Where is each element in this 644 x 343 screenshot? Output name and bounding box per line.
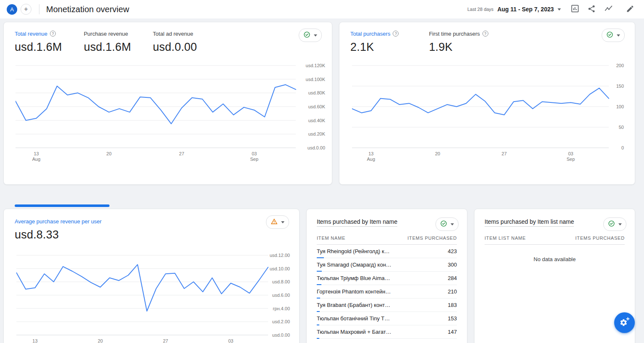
check-circle-icon	[608, 220, 615, 228]
add-comparison-button[interactable]: +	[21, 4, 31, 15]
item-name: Тюльпан ботанічний Tiny T…	[317, 315, 390, 322]
data-quality-badge[interactable]	[435, 217, 459, 231]
table-header: ITEM LIST NAME ITEMS PURCHASED	[485, 236, 625, 245]
metric-value-total-ad-revenue: usd.0.00	[153, 41, 197, 54]
metric-label-arpu[interactable]: Average purchase revenue per user	[15, 218, 102, 225]
column-header-items-purchased: ITEMS PURCHASED	[575, 236, 625, 241]
purchasers-chart: 20015010050013Aug202703Sep	[352, 60, 624, 168]
items-by-list-name-card: Items purchased by Item list name ITEM L…	[474, 209, 635, 343]
column-header-items-purchased: ITEMS PURCHASED	[407, 236, 457, 241]
svg-text:50: 50	[619, 125, 624, 130]
chevron-down-icon	[314, 34, 317, 37]
svg-text:Sep: Sep	[250, 157, 258, 162]
metric-label-purchase-revenue[interactable]: Purchase revenue	[84, 31, 128, 37]
carousel-scrollbar[interactable]	[15, 204, 110, 207]
svg-text:200: 200	[616, 63, 624, 68]
item-count: 423	[448, 248, 457, 254]
date-range-value: Aug 11 - Sep 7, 2023	[497, 6, 554, 13]
svg-text:usd.0.00: usd.0.00	[272, 333, 290, 338]
svg-text:Sep: Sep	[567, 157, 575, 162]
svg-text:usd.60K: usd.60K	[308, 104, 325, 109]
share-button[interactable]	[584, 2, 599, 16]
item-count: 300	[448, 262, 457, 268]
metric-label-total-revenue[interactable]: Total revenue	[15, 31, 47, 37]
items-by-name-card: Items purchased by Item name ITEM NAME I…	[306, 209, 467, 343]
arpu-chart: usd.12.00usd.10.00usd.8.00usd.6.00грн.4.…	[16, 249, 290, 343]
settings-fab[interactable]	[614, 312, 635, 333]
header-actions: Last 28 days Aug 11 - Sep 7, 2023	[467, 2, 637, 16]
svg-text:usd.8.00: usd.8.00	[272, 279, 290, 284]
table-row: Туя Brabant (Брабант) конт…183	[317, 298, 457, 312]
purchasers-card: Total purchasers ? 2.1K First time purch…	[339, 22, 635, 185]
no-data-message: No data available	[475, 256, 635, 262]
svg-text:0: 0	[621, 145, 624, 150]
card-title-text: Items purchased by Item name	[317, 218, 397, 227]
pencil-icon	[626, 5, 634, 14]
metric-value-purchase-revenue: usd.1.6M	[84, 41, 131, 54]
svg-text:usd.0.00: usd.0.00	[308, 145, 325, 150]
chevron-down-icon	[617, 34, 620, 37]
svg-text:usd.80K: usd.80K	[308, 90, 325, 95]
date-range-picker[interactable]: Last 28 days Aug 11 - Sep 7, 2023	[467, 6, 561, 13]
svg-text:usd.6.00: usd.6.00	[272, 293, 290, 298]
metric-total-purchasers: Total purchasers ? 2.1K	[350, 30, 399, 54]
item-share-bar	[317, 338, 319, 339]
svg-text:13: 13	[368, 151, 373, 156]
plus-icon: +	[24, 6, 28, 13]
metric-total-ad-revenue: Total ad revenue usd.0.00	[153, 30, 197, 54]
help-icon[interactable]: ?	[393, 31, 399, 37]
svg-text:usd.40K: usd.40K	[308, 118, 325, 123]
item-name: Гортензія Phantom контейн…	[317, 288, 391, 295]
metric-label-first-time-purchasers[interactable]: First time purchasers	[429, 31, 480, 37]
svg-text:27: 27	[179, 151, 184, 156]
svg-text:03: 03	[568, 151, 573, 156]
svg-text:Aug: Aug	[367, 157, 375, 162]
metric-label-total-purchasers[interactable]: Total purchasers	[350, 31, 390, 37]
table-row: Тюльпан Махровий + Багат…147	[317, 325, 457, 339]
gear-plus-icon	[619, 317, 630, 329]
svg-text:27: 27	[163, 338, 168, 343]
svg-text:20: 20	[435, 151, 440, 156]
data-warning-badge[interactable]	[266, 215, 289, 229]
purchasers-metrics: Total purchasers ? 2.1K First time purch…	[339, 22, 635, 54]
svg-text:13: 13	[32, 338, 37, 343]
metric-label-total-ad-revenue[interactable]: Total ad revenue	[153, 31, 193, 37]
arpu-card: Average purchase revenue per user usd.8.…	[3, 209, 300, 343]
warning-triangle-icon	[271, 218, 278, 226]
page-title: Monetization overview	[46, 5, 129, 14]
svg-text:150: 150	[616, 84, 624, 89]
svg-text:100: 100	[616, 104, 624, 109]
avatar[interactable]: A	[7, 4, 17, 15]
total-revenue-chart: usd.120Kusd.100Kusd.80Kusd.60Kusd.40Kusd…	[16, 60, 325, 168]
svg-text:usd.120K: usd.120K	[306, 63, 325, 68]
column-header-item-name: ITEM NAME	[317, 236, 345, 241]
svg-text:20: 20	[107, 151, 112, 156]
item-name: Тюльпан Тріумф Blue Aima…	[317, 275, 390, 281]
chevron-down-icon	[618, 223, 622, 225]
metric-value-total-revenue: usd.1.6M	[15, 41, 62, 54]
item-name: Туя Rheingold (Рейнголд) к…	[317, 248, 390, 254]
edit-report-button[interactable]	[623, 2, 637, 16]
help-icon[interactable]: ?	[482, 31, 488, 37]
table-row: Тюльпан Тріумф Blue Aima…284	[317, 272, 457, 285]
edit-chart-icon	[571, 4, 579, 14]
check-circle-icon	[440, 220, 447, 228]
data-quality-badge[interactable]	[299, 29, 322, 42]
table-row: Туя Smaragd (Смарагд) кон…300	[317, 258, 457, 272]
insights-button[interactable]	[601, 2, 615, 16]
item-count: 153	[448, 315, 457, 322]
help-icon[interactable]: ?	[50, 31, 56, 37]
customize-report-button[interactable]	[568, 2, 582, 16]
svg-text:usd.10.00: usd.10.00	[270, 266, 290, 271]
svg-text:20: 20	[98, 338, 103, 343]
svg-text:Aug: Aug	[32, 157, 41, 162]
monetization-overview-page: A + Monetization overview Last 28 days A…	[0, 0, 644, 343]
insights-icon	[604, 4, 613, 14]
item-count: 147	[448, 329, 457, 335]
data-quality-badge[interactable]	[602, 29, 625, 42]
metric-total-revenue: Total revenue ? usd.1.6M	[15, 30, 62, 54]
chevron-down-icon	[281, 221, 284, 223]
metric-value-arpu: usd.8.33	[15, 228, 270, 241]
svg-text:usd.12.00: usd.12.00	[270, 253, 290, 258]
data-quality-badge[interactable]	[603, 217, 626, 231]
